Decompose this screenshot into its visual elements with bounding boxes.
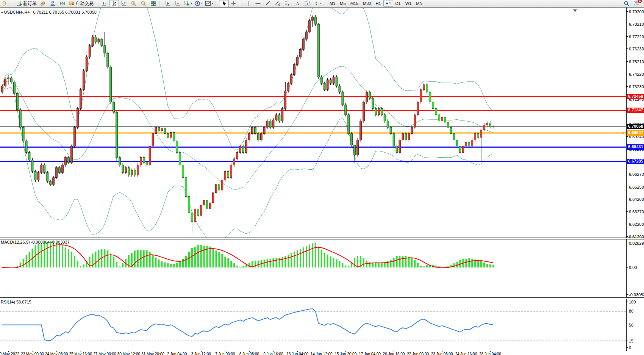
notifications-button[interactable]: 1	[633, 0, 639, 6]
pivot-line-handle[interactable]	[621, 132, 624, 134]
chart-window: ▾ USDCNH-,H4 6.70211 6.70355 6.70031 6.7…	[0, 7, 644, 355]
candle	[212, 191, 214, 204]
timeframe-m30-button[interactable]: M30	[361, 0, 373, 7]
trendline-button[interactable]	[263, 0, 273, 7]
dropdown-caret-icon[interactable]: ▾	[320, 2, 322, 5]
time-axis[interactable]: 19 May 202223 May 00:0024 May 08:0025 Ma…	[0, 351, 644, 355]
dropdown-caret-icon[interactable]: ▾	[191, 2, 192, 5]
macd-histogram-bar	[213, 248, 214, 267]
signals-button[interactable]	[58, 0, 67, 7]
candle	[429, 91, 431, 104]
candle	[266, 119, 268, 129]
time-axis-label: 19 May 2022	[0, 352, 19, 355]
macd-histogram-bar	[288, 255, 289, 267]
candlestick-mode-button[interactable]	[109, 0, 119, 7]
macd-canvas[interactable]	[0, 239, 627, 297]
candle	[450, 126, 452, 135]
zoom-in-button[interactable]	[129, 0, 139, 7]
price-axis-label: 6.76230	[627, 47, 644, 51]
macd-histogram-bar	[227, 258, 229, 267]
line-chart-mode-button[interactable]	[119, 0, 129, 7]
timeframe-h4-button[interactable]: H4	[383, 0, 393, 7]
auto-scroll-button[interactable]	[163, 0, 173, 7]
indicators-icon	[184, 0, 190, 6]
time-axis-label: 22 Jun 00:00	[407, 352, 429, 355]
macd-histogram-bar	[480, 261, 482, 267]
candle	[110, 66, 112, 104]
timeframe-w1-button[interactable]: W1	[403, 0, 414, 7]
hline-icon	[255, 0, 261, 6]
timeframe-h1-button[interactable]: H1	[373, 0, 383, 7]
text-label-button[interactable]: T	[302, 0, 312, 7]
rsi-canvas[interactable]	[0, 299, 627, 351]
chart-shift-marker[interactable]	[573, 9, 577, 12]
panel-splitter[interactable]	[0, 297, 644, 299]
svg-text:T: T	[306, 2, 309, 6]
timeframe-m15-button[interactable]: M15	[348, 0, 361, 7]
timeframe-mn-button[interactable]: MN	[414, 0, 425, 7]
candle	[65, 156, 67, 167]
timeframe-m1-button[interactable]: M1	[327, 0, 338, 7]
candle	[378, 107, 380, 116]
crosshair-button[interactable]	[229, 0, 239, 7]
candle	[16, 92, 18, 111]
candle	[230, 163, 232, 179]
candle	[233, 157, 235, 167]
timeframe-m5-button[interactable]: M5	[338, 0, 348, 7]
candle	[297, 55, 299, 66]
search-button[interactable]	[624, 0, 630, 6]
macd-histogram-bar	[453, 263, 455, 267]
macd-histogram-bar	[110, 253, 111, 267]
search-icon	[624, 0, 630, 6]
arrows-button[interactable]: ▾	[312, 0, 323, 7]
text-button[interactable]: A	[292, 0, 302, 7]
indicators-button[interactable]: ▾	[183, 0, 193, 7]
eraser-button[interactable]	[38, 0, 48, 7]
main-chart-canvas[interactable]	[0, 8, 627, 238]
time-axis-label: 13 Jun 04:00	[286, 352, 308, 355]
fibonacci-button[interactable]: F	[283, 0, 292, 7]
autoscroll-icon	[165, 0, 171, 6]
macd-panel[interactable]: MACD(12,26,9) -0.000064 -0.003037	[0, 239, 627, 297]
periods-button[interactable]: ▾	[193, 0, 204, 7]
candle	[206, 199, 208, 211]
signal-icon	[59, 0, 66, 6]
price-axis-label: 6.74220	[627, 72, 644, 77]
price-axis[interactable]: 6.792006.782106.772206.762306.752106.742…	[626, 8, 644, 351]
macd-histogram-bar	[297, 250, 298, 267]
candle	[281, 107, 283, 123]
zoom-out-button[interactable]	[139, 0, 148, 7]
equidistant-channel-button[interactable]: E	[273, 0, 283, 7]
dropdown-caret-icon[interactable]: ▾	[212, 2, 213, 5]
publisher-button[interactable]	[48, 0, 58, 7]
cursor-button[interactable]	[219, 0, 229, 7]
rsi-panel[interactable]: RSI(14) 53.6715	[0, 299, 627, 351]
macd-histogram-bar	[345, 266, 346, 267]
tile-windows-button[interactable]	[148, 0, 158, 7]
autotrading-button[interactable]: 自动交易	[67, 0, 95, 7]
candle	[4, 77, 6, 88]
vertical-line-button[interactable]	[243, 0, 253, 7]
dropdown-caret-icon[interactable]: ▾	[201, 2, 203, 5]
macd-histogram-bar	[276, 258, 277, 267]
bar-chart-mode-button[interactable]	[99, 0, 109, 7]
main-chart-panel[interactable]: ▾ USDCNH-,H4 6.70211 6.70355 6.70031 6.7…	[0, 8, 627, 238]
clipped-button-button[interactable]	[1, 0, 11, 7]
chart-shift-button[interactable]	[173, 0, 183, 7]
candle	[275, 113, 277, 122]
panel-splitter[interactable]	[0, 238, 644, 239]
horizontal-line-button[interactable]	[253, 0, 263, 7]
candle	[67, 156, 69, 164]
candle	[149, 145, 151, 167]
macd-histogram-bar	[239, 267, 241, 267]
chart-dropdown-icon[interactable]: ▾	[1, 11, 3, 14]
timeframe-d1-button[interactable]: D1	[393, 0, 403, 7]
macd-histogram-bar	[167, 263, 169, 267]
macd-histogram-bar	[26, 255, 27, 267]
macd-histogram-bar	[56, 243, 57, 268]
new-order-button[interactable]: 新订单	[15, 0, 38, 7]
macd-histogram-bar	[95, 252, 97, 267]
macd-histogram-bar	[426, 265, 428, 267]
templates-button[interactable]: ▾	[204, 0, 214, 7]
candle	[387, 119, 389, 129]
